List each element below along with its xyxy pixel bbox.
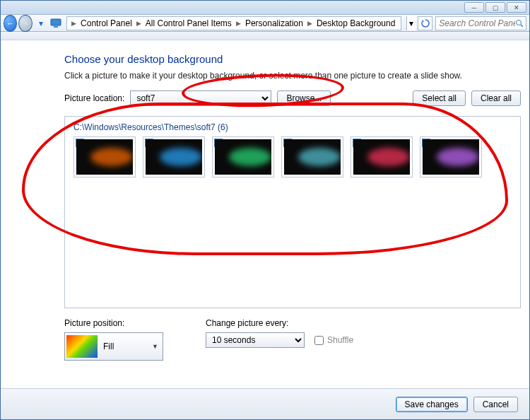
- change-every-select[interactable]: 10 seconds: [206, 332, 305, 348]
- position-preview-icon: [66, 335, 98, 358]
- thumbnail-image: [146, 139, 202, 175]
- maximize-button[interactable]: ▢: [485, 2, 505, 13]
- titlebar: ─ ▢ ✕: [1, 1, 529, 15]
- refresh-button[interactable]: [418, 16, 432, 30]
- back-button[interactable]: ←: [4, 15, 17, 32]
- forward-button[interactable]: →: [18, 15, 32, 32]
- refresh-icon: [421, 19, 430, 28]
- wallpaper-thumbnail[interactable]: ✓: [420, 136, 482, 177]
- footer: Save changes Cancel: [1, 388, 529, 419]
- search-input[interactable]: [439, 18, 515, 28]
- close-button[interactable]: ✕: [507, 2, 526, 13]
- picture-location-label: Picture location:: [64, 93, 124, 103]
- shuffle-label: Shuffle: [327, 335, 353, 345]
- browse-button[interactable]: Browse...: [277, 91, 331, 106]
- picture-position-value: Fill: [103, 342, 114, 351]
- thumbnail-image: [76, 139, 133, 175]
- search-box[interactable]: [435, 16, 526, 30]
- wallpaper-thumbnail[interactable]: ✓: [212, 136, 274, 177]
- breadcrumb-item[interactable]: All Control Panel Items: [143, 18, 235, 28]
- picture-position-select[interactable]: Fill ▼: [64, 332, 163, 361]
- breadcrumb-item[interactable]: Personalization: [242, 18, 306, 28]
- svg-point-2: [517, 20, 522, 25]
- toolbar: ← → ▾ ▶ Control Panel▶ All Control Panel…: [1, 15, 529, 32]
- minimize-button[interactable]: ─: [464, 2, 484, 13]
- picture-location-select[interactable]: soft7: [130, 91, 271, 106]
- wallpaper-thumbnail[interactable]: ✓: [351, 136, 413, 177]
- thumbnail-row: ✓✓✓✓✓✓: [73, 136, 512, 177]
- chevron-down-icon: ▼: [152, 343, 158, 350]
- wallpaper-gallery: C:\Windows\Resources\Themes\soft7 (6) ✓✓…: [64, 116, 521, 308]
- save-changes-button[interactable]: Save changes: [396, 397, 468, 412]
- page-title: Choose your desktop background: [64, 53, 521, 65]
- cancel-button[interactable]: Cancel: [473, 397, 518, 412]
- breadcrumb-dropdown-icon[interactable]: ▾: [406, 16, 416, 30]
- shuffle-checkbox[interactable]: Shuffle: [314, 335, 353, 345]
- shuffle-input[interactable]: [314, 336, 324, 345]
- thumbnail-image: [284, 139, 341, 175]
- page-subtitle: Click a picture to make it your desktop …: [64, 71, 521, 81]
- search-icon: [515, 19, 523, 28]
- clear-all-button[interactable]: Clear all: [471, 91, 521, 106]
- breadcrumb-item[interactable]: Desktop Background: [314, 18, 398, 28]
- content-area: Choose your desktop background Click a p…: [1, 42, 529, 388]
- svg-line-3: [521, 25, 523, 27]
- wallpaper-thumbnail[interactable]: ✓: [73, 136, 136, 177]
- wallpaper-thumbnail[interactable]: ✓: [143, 136, 205, 177]
- svg-rect-0: [51, 19, 61, 25]
- change-every-label: Change picture every:: [206, 318, 353, 328]
- thumbnail-image: [353, 139, 410, 175]
- picture-location-row: Picture location: soft7 Browse... Select…: [64, 91, 521, 106]
- select-all-button[interactable]: Select all: [413, 91, 466, 106]
- options-row: Picture position: Fill ▼ Change picture …: [64, 318, 521, 361]
- breadcrumb[interactable]: ▶ Control Panel▶ All Control Panel Items…: [66, 16, 401, 30]
- wallpaper-thumbnail[interactable]: ✓: [281, 136, 343, 177]
- svg-rect-1: [54, 26, 58, 28]
- thumbnail-image: [423, 139, 479, 175]
- monitor-icon: [50, 17, 61, 30]
- window: ─ ▢ ✕ ← → ▾ ▶ Control Panel▶ All Control…: [0, 0, 530, 420]
- menu-strip: [1, 32, 529, 40]
- breadcrumb-item[interactable]: Control Panel: [78, 18, 135, 28]
- history-dropdown-icon[interactable]: ▾: [36, 17, 46, 30]
- group-title: C:\Windows\Resources\Themes\soft7 (6): [73, 122, 512, 132]
- picture-position-label: Picture position:: [64, 318, 163, 328]
- thumbnail-image: [215, 139, 271, 175]
